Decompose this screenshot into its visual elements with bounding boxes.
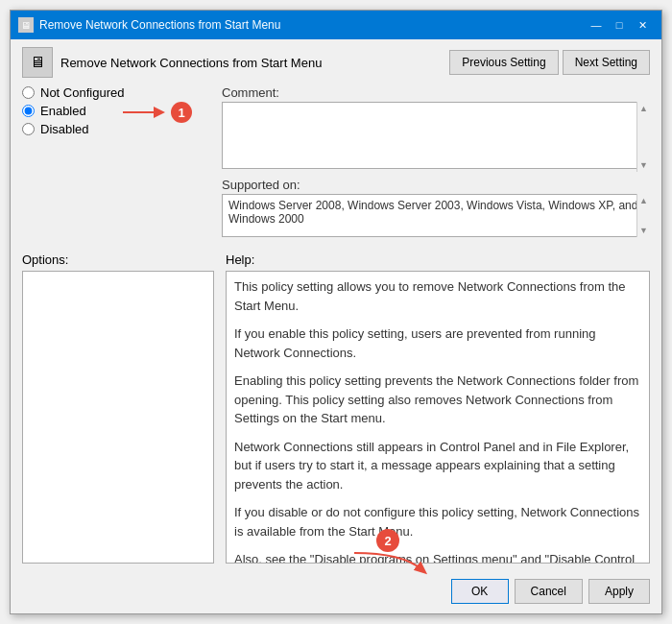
comment-box-wrapper: ▲ ▼: [222, 102, 650, 172]
right-info-panel: Comment: ▲ ▼ Supported on: Windows Serve…: [222, 85, 650, 237]
enabled-label[interactable]: Enabled: [40, 104, 86, 118]
help-text-box[interactable]: This policy setting allows you to remove…: [226, 271, 650, 564]
supported-label: Supported on:: [222, 178, 650, 192]
not-configured-label[interactable]: Not Configured: [40, 85, 124, 100]
options-box: [22, 271, 214, 564]
title-bar-left: 🖥 Remove Network Connections from Start …: [18, 17, 280, 33]
main-dialog: 🖥 Remove Network Connections from Start …: [10, 10, 662, 614]
help-para-1: This policy setting allows you to remove…: [234, 277, 641, 315]
annotation-2-group: 2: [345, 529, 431, 577]
apply-button[interactable]: Apply: [588, 579, 650, 604]
close-button[interactable]: ✕: [631, 15, 654, 35]
dialog-icon: 🖥: [18, 17, 34, 33]
enabled-option: Enabled 1: [22, 104, 214, 118]
not-configured-radio[interactable]: [22, 86, 35, 99]
help-para-3: Enabling this policy setting prevents th…: [234, 372, 641, 428]
help-para-4: Network Connections still appears in Con…: [234, 438, 641, 494]
annotation-2-arrow-svg: [345, 548, 431, 577]
not-configured-option: Not Configured: [22, 85, 214, 100]
options-label: Options:: [22, 252, 214, 267]
help-label: Help:: [226, 252, 650, 267]
supported-text: Windows Server 2008, Windows Server 2003…: [222, 194, 650, 237]
header-left: 🖥 Remove Network Connections from Start …: [22, 47, 322, 78]
dialog-content: 🖥 Remove Network Connections from Start …: [11, 39, 661, 571]
title-bar: 🖥 Remove Network Connections from Start …: [11, 11, 661, 39]
help-panel: Help: This policy setting allows you to …: [226, 252, 650, 564]
comment-label: Comment:: [222, 85, 650, 100]
title-controls: — □ ✕: [585, 15, 654, 35]
previous-setting-button[interactable]: Previous Setting: [449, 50, 558, 75]
policy-title: Remove Network Connections from Start Me…: [60, 56, 322, 70]
supported-box-wrapper: Windows Server 2008, Windows Server 2003…: [222, 194, 650, 237]
disabled-option: Disabled: [22, 122, 214, 136]
ok-button[interactable]: OK: [451, 579, 509, 604]
disabled-label[interactable]: Disabled: [40, 122, 89, 136]
comment-textarea[interactable]: [222, 102, 650, 169]
supported-section: Supported on: Windows Server 2008, Windo…: [222, 178, 650, 237]
annotation-circle-1: 1: [171, 102, 192, 123]
maximize-button[interactable]: □: [608, 15, 631, 35]
disabled-radio[interactable]: [22, 123, 35, 135]
middle-section: Options: Help: This policy setting allow…: [22, 252, 650, 564]
minimize-button[interactable]: —: [585, 15, 608, 35]
policy-icon: 🖥: [22, 47, 53, 78]
annotation-1-group: 1: [113, 102, 192, 123]
help-para-6: Also, see the "Disable programs on Setti…: [234, 550, 641, 564]
options-panel: Options:: [22, 252, 214, 564]
enabled-radio[interactable]: [22, 105, 35, 117]
top-area: Not Configured Enabled: [22, 85, 650, 237]
help-para-5: If you disable or do not configure this …: [234, 503, 641, 540]
cancel-button[interactable]: Cancel: [515, 579, 583, 604]
annotation-1-arrow-svg: [113, 102, 171, 123]
nav-buttons: Previous Setting Next Setting: [449, 50, 650, 75]
next-setting-button[interactable]: Next Setting: [563, 50, 650, 75]
help-para-2: If you enable this policy setting, users…: [234, 324, 641, 362]
radio-panel: Not Configured Enabled: [22, 85, 214, 237]
comment-section: Comment: ▲ ▼: [222, 85, 650, 172]
dialog-title: Remove Network Connections from Start Me…: [39, 18, 280, 32]
comment-scrollbar: ▲ ▼: [636, 102, 650, 172]
header-row: 🖥 Remove Network Connections from Start …: [22, 47, 650, 78]
dialog-footer: 2 OK Cancel Apply: [11, 571, 661, 613]
supported-scrollbar: ▲ ▼: [636, 194, 650, 237]
